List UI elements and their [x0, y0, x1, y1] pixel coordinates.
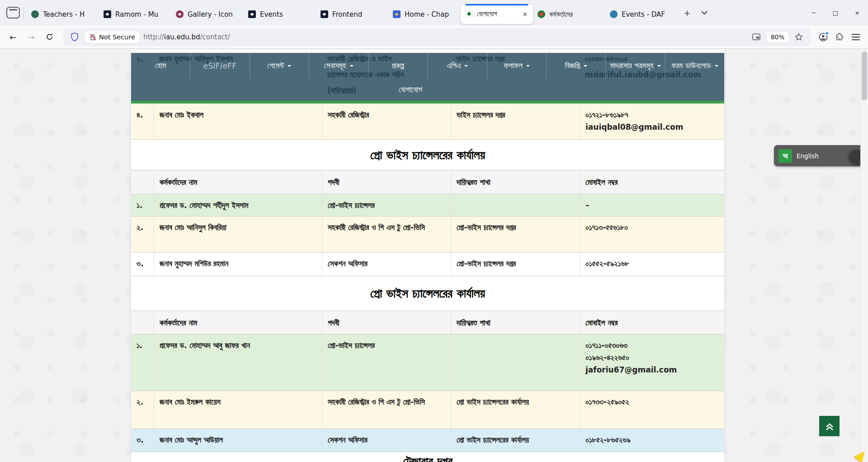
nav-item-esif[interactable]: eSIF/eFF — [190, 53, 249, 79]
lock-slash-icon — [90, 33, 96, 41]
row-serial: ১. — [131, 194, 154, 216]
tab-kormokorta[interactable]: কর্মকর্তাদের — [533, 5, 605, 24]
officer-designation: প্রো-ভাইস চ্যান্সেলর — [322, 194, 451, 216]
zoom-level-chip[interactable]: 80% — [767, 32, 788, 42]
tab-title: Ramom - Mu — [115, 10, 167, 19]
row-serial: ৩. — [131, 253, 154, 276]
nav-item-form-download[interactable]: ফরম ডাউনলোড — [665, 53, 724, 79]
phone-number: ০১৭২১-৮৬১৯৮৭ — [585, 109, 719, 121]
next-section-title-clipped: ট্রেজারার দপ্তর — [131, 454, 724, 462]
nav-item-home[interactable]: হোম — [131, 53, 190, 79]
tracking-protection-shield-icon[interactable] — [68, 30, 81, 44]
daf-favicon — [610, 10, 618, 18]
dropdown-caret-icon — [350, 65, 354, 69]
site-security-chip[interactable]: Not Secure — [85, 31, 140, 43]
tab-title: Events - DAF — [622, 10, 673, 19]
table-row: ১. প্রফেসর ড. মোহাম্মদ শহীদুল ইসলাম প্রো… — [131, 194, 724, 217]
nav-item-payment[interactable]: পেমেন্ট — [250, 53, 309, 79]
maximize-button[interactable]: □ — [825, 0, 846, 25]
account-icon[interactable] — [816, 30, 830, 44]
nav-item-contact[interactable]: যোগাযোগ — [399, 85, 422, 94]
account-notification-dot — [825, 31, 829, 35]
table-row: ২. জনাব মোঃ ইমরুল কায়েস সহকারী রেজিস্ট্… — [131, 391, 724, 429]
col-mobile: মোবাইল নম্বর — [580, 311, 724, 334]
tab-events[interactable]: Events — [244, 5, 316, 24]
row-serial: ২. — [131, 391, 154, 429]
url-bar[interactable]: Not Secure http://iau.edu.bd/contact/ 80… — [63, 28, 810, 46]
tab-gallery[interactable]: Gallery - Icon — [171, 5, 244, 24]
tab-frontend[interactable]: Frontend — [316, 5, 388, 24]
table-header: কর্মকর্তাদের নাম পদবী দায়িত্বরত শাখা মো… — [131, 170, 724, 194]
tab-teachers[interactable]: Teachers - H — [27, 5, 99, 24]
tab-events-daf[interactable]: Events - DAF — [605, 5, 678, 24]
tab-title: Events — [260, 10, 311, 19]
table-row: ২. জনাব মোঃ আনিসুল কিবরিয়া সহকারী রেজিস… — [131, 217, 724, 253]
tab-title: Gallery - Icon — [188, 10, 239, 19]
picture-in-picture-icon[interactable] — [750, 30, 763, 44]
menu-hamburger-icon[interactable] — [849, 30, 863, 44]
vertical-scrollbar[interactable] — [860, 49, 868, 462]
language-translate-widget[interactable]: অ English — [774, 145, 868, 166]
minimize-button[interactable]: ─ — [803, 0, 825, 25]
nav-item-madrasah-letters[interactable]: মাদরাসার পত্রসমূহ — [605, 53, 665, 79]
bookmark-star-icon[interactable] — [792, 30, 806, 44]
teachers-favicon — [31, 10, 39, 18]
nav-item-notices[interactable]: বিজ্ঞপ্তি — [546, 53, 605, 79]
officer-mobile: ০১৫৫২-৫৯২১৬৮ — [580, 253, 724, 276]
tab-home[interactable]: Home - Chap — [388, 5, 461, 24]
col-name: কর্মকর্তাদের নাম — [154, 170, 322, 194]
officer-branch — [451, 194, 580, 216]
email-address: jaforiu67@gmail.com — [585, 364, 719, 376]
officer-mobile: – — [580, 194, 724, 216]
officer-branch — [451, 335, 580, 391]
gallery-favicon — [176, 10, 184, 18]
tab-ramom[interactable]: Ramom - Mu — [99, 5, 171, 24]
officer-branch: প্রো-ভাইস চ্যান্সেলর দপ্তর — [451, 217, 580, 252]
officer-name: জনাব মোঃ ইমরুল কায়েস — [154, 391, 322, 429]
page-content: ২. জনাব মুহাম্মদ আরিফুল ইসলাম সহকারী রেজ… — [131, 49, 724, 462]
row-serial: ১. — [131, 335, 154, 391]
tab-bar: Teachers - H Ramom - Mu Gallery - Icon E… — [0, 0, 868, 25]
officer-designation: প্রো-ভাইস চ্যান্সেলর — [322, 335, 451, 391]
nav-item-results[interactable]: ফলাফল — [487, 53, 546, 79]
translate-language-label: English — [797, 152, 819, 160]
home-favicon — [393, 10, 401, 18]
reload-button[interactable] — [42, 29, 57, 45]
url-text[interactable]: http://iau.edu.bd/contact/ — [143, 33, 746, 41]
back-button[interactable]: ← — [5, 29, 21, 45]
firefox-view-icon[interactable] — [6, 7, 20, 19]
col-mobile: মোবাইল নম্বর — [580, 170, 724, 194]
tab-jogajog-active[interactable]: যোগাযোগ × — [461, 4, 533, 24]
tab-title: Teachers - H — [43, 10, 94, 19]
translate-icon: অ — [778, 149, 792, 163]
site-navbar: হোম eSIF/eFF পেমেন্ট সেবাসমূহ প্রকল্প এপ… — [131, 53, 724, 104]
officer-mobile: ০১৭২১-৮৬১৯৮৭ iauiqbal08@gmail.com — [580, 104, 724, 139]
govt-favicon — [538, 10, 545, 18]
events-favicon — [248, 10, 256, 18]
new-tab-button[interactable]: + — [679, 5, 695, 20]
extensions-icon[interactable] — [833, 30, 846, 44]
list-tabs-chevron-icon[interactable] — [697, 5, 712, 20]
officer-designation: সেকশন অফিসার — [322, 253, 451, 276]
forward-button[interactable]: → — [24, 29, 39, 45]
officer-mobile: ০১৭৩৩-২৫৯০৫২ — [580, 391, 724, 429]
nav-item-projects[interactable]: প্রকল্প — [368, 53, 427, 79]
row-serial: ৪. — [131, 104, 154, 139]
tab-close-icon[interactable]: × — [521, 10, 528, 18]
close-button[interactable]: × — [846, 0, 868, 25]
email-address: iauiqbal08@gmail.com — [585, 121, 719, 133]
nav-item-services[interactable]: সেবাসমূহ — [309, 53, 368, 79]
officer-designation: সহকারী রেজিস্ট্রার — [322, 104, 451, 139]
row-serial: ২. — [131, 217, 154, 252]
page-viewport: ২. জনাব মুহাম্মদ আরিফুল ইসলাম সহকারী রেজ… — [0, 49, 868, 462]
navbar-row-2: যোগাযোগ — [131, 79, 724, 101]
nav-item-apa[interactable]: এপিএ — [427, 53, 486, 79]
col-branch: দায়িত্বরত শাখা — [451, 170, 580, 194]
officer-branch: ভাইস চ্যান্সেলর দপ্তর — [451, 104, 580, 139]
col-designation: পদবী — [322, 311, 451, 334]
row-serial: ৩. — [131, 429, 154, 452]
scrollbar-thumb[interactable] — [862, 52, 867, 100]
scroll-to-top-button[interactable] — [819, 416, 840, 436]
officer-name: জনাব মোঃ আনিসুল কিবরিয়া — [154, 217, 322, 252]
ramom-favicon — [104, 10, 111, 18]
